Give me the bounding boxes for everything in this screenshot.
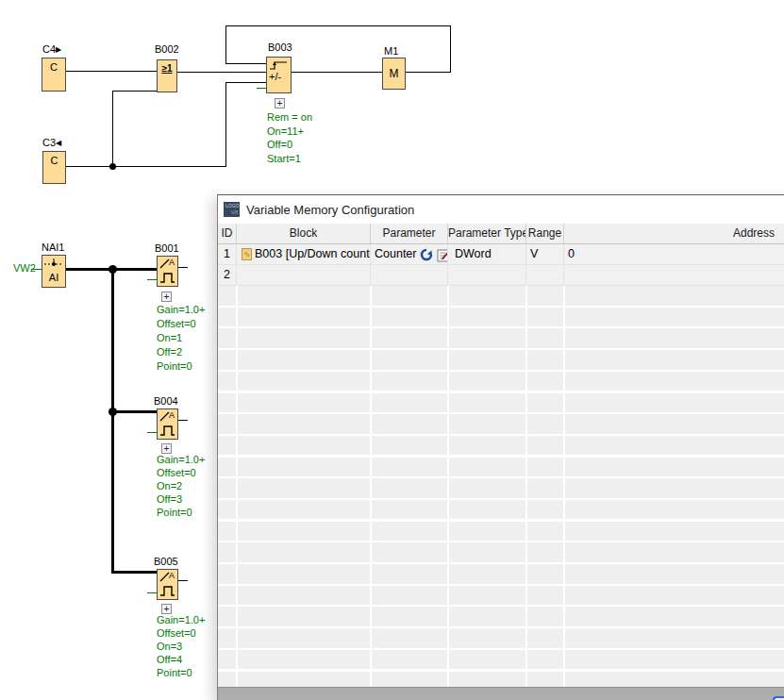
wire-segment	[66, 166, 226, 167]
column-gridline	[370, 286, 372, 687]
b004-parameters: Gain=1.0+ Offset=0 On=2 Off=3 Point=0	[157, 453, 205, 519]
marker-symbol: M	[383, 58, 405, 89]
cell-range	[526, 265, 564, 285]
unconnected-input-stub	[147, 592, 157, 593]
updown-symbol: +/-	[269, 71, 281, 82]
block-label-b002: B002	[155, 43, 179, 55]
wire-segment	[450, 25, 451, 73]
wire-segment	[406, 72, 451, 73]
cell-parameter-type	[448, 265, 526, 285]
analog-letter: A	[169, 410, 175, 420]
cell-range: V	[526, 244, 564, 264]
junction-dot	[108, 408, 117, 416]
dialog-titlebar[interactable]: LOGO V8 Variable Memory Configuration	[218, 195, 784, 224]
unconnected-input-stub	[147, 432, 157, 433]
edge-step-icon	[268, 58, 290, 71]
expand-parameters-button[interactable]: +	[161, 292, 172, 302]
dialog-button-bar	[218, 687, 784, 700]
table-row[interactable]: 1 ∿ B003 [Up/Down counter] Counter DWord…	[218, 244, 784, 265]
logo-soft-comfort-window: { "canvas": { "wire_color": "#000000", "…	[0, 0, 784, 700]
wire-segment	[112, 91, 157, 92]
cell-id: 1	[218, 244, 237, 264]
block-label-m1: M1	[384, 45, 398, 57]
empty-table-rows	[218, 286, 784, 687]
column-header-address: Address	[564, 224, 784, 243]
block-m1-marker[interactable]: M	[382, 58, 406, 90]
wire-segment	[111, 410, 157, 413]
wire-segment	[292, 72, 382, 73]
counter-symbol: C	[42, 61, 65, 73]
junction-dot	[109, 163, 116, 170]
wire-segment	[225, 25, 226, 64]
block-b004-analog-trigger[interactable]: A	[157, 408, 178, 440]
analog-letter: A	[169, 258, 175, 267]
logo-app-icon: LOGO V8	[224, 202, 240, 217]
block-label-b005: B005	[154, 556, 178, 567]
output-stub	[178, 420, 188, 421]
wire-segment	[225, 63, 266, 64]
counter-symbol: C	[43, 155, 65, 166]
block-c3[interactable]: C	[42, 151, 66, 184]
block-label-b004: B004	[154, 395, 178, 407]
b003-parameters: Rem = on On=11+ Off=0 Start=1	[267, 110, 312, 165]
connector-flag-left-icon: ◀	[56, 139, 61, 147]
junction-dot	[108, 265, 117, 274]
block-b003-updown-counter[interactable]: +/-	[266, 57, 292, 93]
column-gridline	[236, 286, 238, 687]
cell-address[interactable]: 0	[564, 244, 784, 264]
column-header-parameter-type: Parameter Type	[448, 224, 526, 243]
expand-parameters-button[interactable]: +	[275, 98, 285, 108]
unconnected-input-stub	[257, 88, 266, 89]
refresh-icon[interactable]	[419, 247, 434, 262]
wire-segment	[225, 25, 451, 26]
ok-button-fragment[interactable]	[773, 696, 784, 700]
variable-memory-configuration-dialog: LOGO V8 Variable Memory Configuration ID…	[217, 194, 784, 700]
wire-segment	[111, 268, 114, 574]
block-label-b003: B003	[268, 42, 292, 53]
block-c4[interactable]: C	[42, 58, 66, 92]
block-b002-or[interactable]: ≥1	[157, 59, 177, 92]
connector-flag-right-icon: ▶	[56, 45, 61, 54]
column-header-parameter: Parameter	[371, 224, 448, 243]
output-stub	[178, 580, 188, 581]
cell-parameter[interactable]: Counter	[371, 244, 448, 264]
block-b001-analog-trigger[interactable]: A	[157, 256, 178, 287]
cell-block	[237, 265, 371, 285]
b001-parameters: Gain=1.0+ Offset=0 On=1 Off=2 Point=0	[157, 303, 205, 374]
block-label-nai1: NAI1	[42, 242, 64, 253]
column-header-range: Range	[526, 224, 564, 243]
wire-segment	[66, 71, 157, 72]
cell-block: ∿ B003 [Up/Down counter]	[237, 244, 371, 264]
network-analog-input-icon	[42, 257, 65, 268]
cell-id: 2	[218, 265, 237, 285]
vw2-label: VW2	[13, 262, 36, 274]
table-row[interactable]: 2	[218, 265, 784, 286]
column-gridline	[447, 286, 449, 687]
wire-segment	[225, 82, 226, 167]
table-header-row: ID Block Parameter Parameter Type Range …	[218, 224, 784, 244]
block-b005-analog-trigger[interactable]: A	[157, 569, 178, 600]
column-gridline	[563, 286, 565, 687]
dialog-title: Variable Memory Configuration	[246, 203, 414, 217]
wire-segment	[225, 82, 266, 83]
column-header-block: Block	[237, 224, 371, 243]
cell-parameter[interactable]	[371, 265, 448, 285]
edit-icon[interactable]	[437, 247, 448, 262]
block-label-b001: B001	[155, 242, 179, 254]
or-gate-symbol: ≥1	[158, 63, 176, 74]
analog-input-symbol: AI	[42, 272, 65, 283]
wire-segment	[112, 91, 113, 167]
block-label-c3: C3◀	[42, 137, 61, 148]
output-stub	[178, 267, 188, 268]
unconnected-input-stub	[147, 279, 157, 280]
block-label-c4: C4▶	[42, 43, 61, 55]
wire-segment	[111, 571, 157, 574]
analog-letter: A	[169, 571, 175, 580]
b005-parameters: Gain=1.0+ Offset=0 On=3 Off=4 Point=0	[157, 613, 205, 679]
cell-parameter-type: DWord	[448, 244, 526, 264]
cell-address[interactable]	[564, 265, 784, 285]
column-header-id: ID	[218, 224, 237, 243]
column-gridline	[525, 286, 527, 687]
block-mini-icon: ∿	[242, 248, 252, 260]
block-nai1-analog-input[interactable]: AI	[42, 255, 66, 288]
